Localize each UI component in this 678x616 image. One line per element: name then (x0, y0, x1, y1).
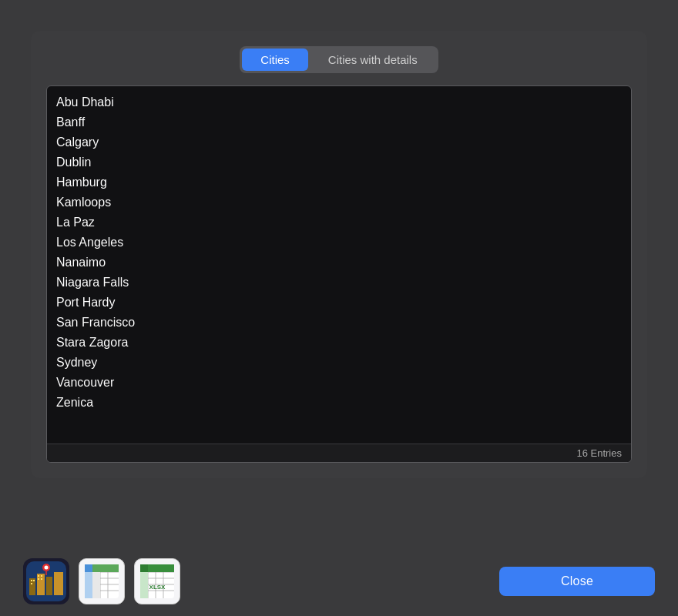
svg-rect-9 (41, 575, 42, 577)
list-item[interactable]: Nanaimo (47, 253, 631, 273)
xlsx-svg: XLSX (137, 561, 177, 601)
list-item[interactable]: Sydney (47, 353, 631, 373)
svg-rect-43 (140, 564, 148, 572)
svg-rect-47 (140, 572, 148, 578)
svg-rect-33 (85, 591, 92, 598)
svg-rect-46 (163, 564, 174, 572)
svg-rect-49 (140, 584, 148, 591)
svg-rect-25 (100, 564, 108, 572)
spreadsheet-icon (79, 558, 125, 604)
svg-rect-7 (31, 583, 32, 584)
list-item[interactable]: Kamloops (47, 192, 631, 213)
svg-rect-50 (140, 591, 148, 598)
svg-rect-23 (85, 564, 92, 572)
svg-text:XLSX: XLSX (149, 584, 166, 591)
svg-rect-6 (33, 580, 35, 581)
list-item[interactable]: Port Hardy (47, 293, 631, 313)
tab-cities-with-details[interactable]: Cities with details (310, 49, 436, 71)
svg-rect-30 (92, 578, 100, 584)
list-item[interactable]: Zenica (47, 393, 631, 413)
list-item[interactable]: San Francisco (47, 313, 631, 333)
svg-rect-3 (46, 577, 52, 595)
city-list[interactable]: Abu DhabiBanffCalgaryDublinHamburgKamloo… (47, 86, 631, 444)
svg-rect-2 (37, 574, 45, 595)
svg-rect-4 (54, 572, 63, 595)
cities-app-icon (23, 558, 69, 604)
spreadsheet-svg (82, 561, 122, 601)
list-item[interactable]: Vancouver (47, 373, 631, 393)
svg-rect-5 (31, 580, 32, 581)
svg-rect-24 (92, 564, 100, 572)
list-item[interactable]: Dublin (47, 152, 631, 172)
svg-rect-31 (85, 584, 92, 591)
entries-count: 16 Entries (47, 444, 631, 462)
dialog: Cities Cities with details Abu DhabiBanf… (31, 31, 647, 478)
svg-rect-44 (148, 564, 156, 572)
svg-point-13 (45, 566, 49, 570)
svg-rect-8 (38, 575, 39, 577)
svg-rect-11 (41, 578, 42, 580)
list-item[interactable]: Los Angeles (47, 233, 631, 253)
svg-rect-29 (85, 578, 92, 584)
svg-rect-26 (108, 564, 119, 572)
list-item[interactable]: Niagara Falls (47, 273, 631, 293)
svg-rect-32 (92, 584, 100, 591)
list-item[interactable]: La Paz (47, 213, 631, 233)
xlsx-icon: XLSX (134, 558, 180, 604)
svg-rect-28 (92, 572, 100, 578)
app-icons: XLSX (23, 558, 180, 604)
city-list-container: Abu DhabiBanffCalgaryDublinHamburgKamloo… (46, 85, 632, 463)
list-item[interactable]: Banff (47, 112, 631, 132)
svg-rect-10 (38, 578, 39, 580)
close-button[interactable]: Close (499, 567, 655, 596)
list-item[interactable]: Abu Dhabi (47, 92, 631, 112)
svg-rect-27 (85, 572, 92, 578)
svg-rect-48 (140, 578, 148, 584)
bottom-bar: XLSX Close (0, 547, 678, 616)
svg-rect-45 (156, 564, 163, 572)
tab-cities[interactable]: Cities (242, 49, 308, 71)
list-item[interactable]: Stara Zagora (47, 333, 631, 353)
svg-rect-34 (92, 591, 100, 598)
tab-bar: Cities Cities with details (240, 46, 438, 73)
list-item[interactable]: Hamburg (47, 172, 631, 192)
list-item[interactable]: Calgary (47, 132, 631, 152)
cities-app-svg (26, 561, 66, 601)
